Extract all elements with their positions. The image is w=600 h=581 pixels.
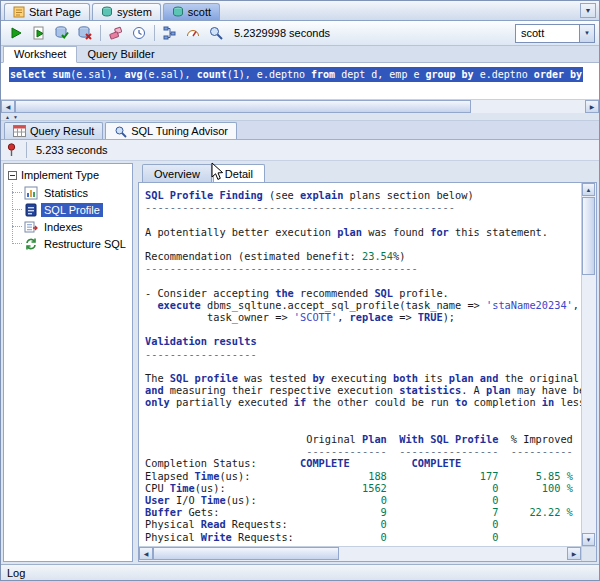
log-panel[interactable]: Log [1, 564, 599, 580]
report-text-segment [257, 494, 381, 506]
scroll-track[interactable] [153, 547, 567, 561]
report-line [145, 213, 581, 225]
report-text-segment: Buffer [145, 506, 182, 518]
tab-label: system [117, 6, 152, 18]
collapse-down-icon[interactable]: ▼ [13, 114, 18, 120]
report-text-segment: 5.85 % [536, 470, 573, 482]
report-line: Completion Status: COMPLETE COMPLETE [145, 457, 581, 469]
tree-item-label: Statistics [41, 186, 91, 200]
scroll-right-icon[interactable]: ▶ [567, 547, 581, 560]
tree-item-statistics[interactable]: Statistics [4, 184, 132, 201]
commit-button[interactable] [51, 23, 73, 44]
tree-root-implement-type[interactable]: Implement Type [4, 166, 132, 184]
report-text-segment: SQL profile [170, 372, 238, 384]
run-script-icon [31, 25, 47, 41]
scroll-down-icon[interactable]: ▼ [582, 533, 595, 546]
report-line: task_owner => 'SCOTT', replace => TRUE); [145, 311, 581, 323]
report-line: and measuring their respective execution… [145, 384, 581, 396]
scroll-thumb[interactable] [582, 197, 595, 275]
report-text-segment: With SQL Profile [399, 433, 498, 445]
report-text-segment: 0 [492, 518, 498, 530]
report-horizontal-scrollbar[interactable]: ◀ ▶ [139, 546, 581, 561]
clear-button[interactable] [105, 23, 127, 44]
scroll-left-icon[interactable]: ◀ [1, 100, 15, 113]
report-text-segment [387, 506, 492, 518]
statistics-icon [24, 186, 38, 200]
report-text-segment: less [554, 396, 581, 408]
tab-scott[interactable]: scott [163, 3, 220, 20]
tab-query-result[interactable]: Query Result [4, 122, 103, 139]
sql-editor[interactable]: select sum(e.sal), avg(e.sal), count(1),… [1, 63, 599, 99]
report-text-segment: Requests: [226, 518, 288, 530]
report-line: ----------------------------------------… [145, 262, 581, 274]
autotrace-button[interactable] [182, 23, 204, 44]
tab-overview[interactable]: Overview [142, 164, 212, 182]
connection-selector[interactable]: scott ▼ [515, 24, 595, 43]
tab-detail[interactable]: Detail [213, 164, 265, 182]
report-text-segment: may have be [511, 384, 581, 396]
run-statement-button[interactable] [5, 23, 27, 44]
report-line: only partially executed if the other cou… [145, 396, 581, 408]
scroll-left-icon[interactable]: ◀ [139, 547, 153, 560]
tree-item-restructure-sql[interactable]: Restructure SQL [4, 235, 132, 252]
scrollbar-corner [581, 546, 596, 561]
report-text-segment: Read [201, 518, 226, 530]
explain-plan-button[interactable] [159, 23, 181, 44]
database-icon [172, 6, 184, 18]
report-text-segment: in [542, 396, 554, 408]
scroll-thumb[interactable] [15, 100, 471, 113]
report-text-segment: 'staName20234' [486, 299, 573, 311]
report-text-segment: 0 [492, 494, 498, 506]
result-tab-bar: Query Result SQL Tuning Advisor [1, 121, 599, 140]
collapse-up-icon[interactable]: ▲ [5, 114, 10, 120]
report-text-segment: Physical [145, 531, 201, 543]
report-text-segment: Requests: [232, 531, 294, 543]
report-text-segment [387, 494, 492, 506]
tab-sql-tuning-advisor[interactable]: SQL Tuning Advisor [105, 122, 237, 139]
tab-list-button[interactable]: ▼ [580, 3, 596, 18]
report-text-segment [145, 299, 157, 311]
chevron-down-icon[interactable]: ▼ [579, 25, 594, 42]
tab-worksheet[interactable]: Worksheet [3, 46, 77, 63]
tuning-report-container: SQL Profile Finding (see explain plans s… [138, 182, 597, 562]
report-text-segment: plans section below) [343, 189, 473, 201]
sql-text-segment: (1), e.deptno [227, 69, 311, 80]
tab-system[interactable]: system [92, 3, 161, 20]
implement-type-tree[interactable]: Implement Type Statistics SQL Profile In… [3, 163, 133, 562]
pin-button[interactable] [6, 143, 17, 157]
connection-name: scott [516, 27, 579, 39]
sql-tuning-advisor-button[interactable] [205, 23, 227, 44]
report-text-segment: 23.54 [362, 250, 393, 262]
report-line [145, 238, 581, 250]
tuning-report[interactable]: SQL Profile Finding (see explain plans s… [139, 183, 581, 546]
report-text-segment: and [480, 372, 499, 384]
report-text-segment: completion [467, 396, 541, 408]
sql-text-segment: from [311, 69, 335, 80]
run-script-button[interactable] [28, 23, 50, 44]
report-text-segment: Recommendation (estimated benefit: [145, 250, 362, 262]
scroll-track[interactable] [15, 100, 585, 113]
report-text-segment: for [430, 226, 449, 238]
editor-results-splitter[interactable]: ▲ ▼ [1, 113, 599, 121]
advisor-timer: 5.233 seconds [36, 144, 108, 156]
scroll-right-icon[interactable]: ▶ [585, 100, 599, 113]
tree-item-indexes[interactable]: Indexes [4, 218, 132, 235]
expander-minus-icon[interactable] [8, 171, 17, 180]
scroll-thumb[interactable] [153, 547, 339, 560]
tree-item-sql-profile[interactable]: SQL Profile [4, 201, 132, 218]
tab-start-page[interactable]: Start Page [4, 3, 90, 20]
report-text-segment [288, 518, 381, 530]
editor-horizontal-scrollbar[interactable]: ◀ ▶ [1, 99, 599, 113]
tab-query-builder[interactable]: Query Builder [77, 47, 164, 62]
rollback-button[interactable] [74, 23, 96, 44]
gauge-icon [185, 25, 201, 41]
report-text-segment: execute [157, 299, 200, 311]
toolbar-separator [26, 142, 27, 158]
sql-statement-selected-text[interactable]: select sum(e.sal), avg(e.sal), count(1),… [9, 67, 583, 82]
report-vertical-scrollbar[interactable]: ▲ ▼ [581, 183, 596, 546]
scroll-up-icon[interactable]: ▲ [582, 183, 595, 196]
sql-history-button[interactable] [128, 23, 150, 44]
report-text-segment [387, 433, 399, 445]
report-text-segment: , [573, 299, 579, 311]
report-text-segment: only [145, 396, 170, 408]
